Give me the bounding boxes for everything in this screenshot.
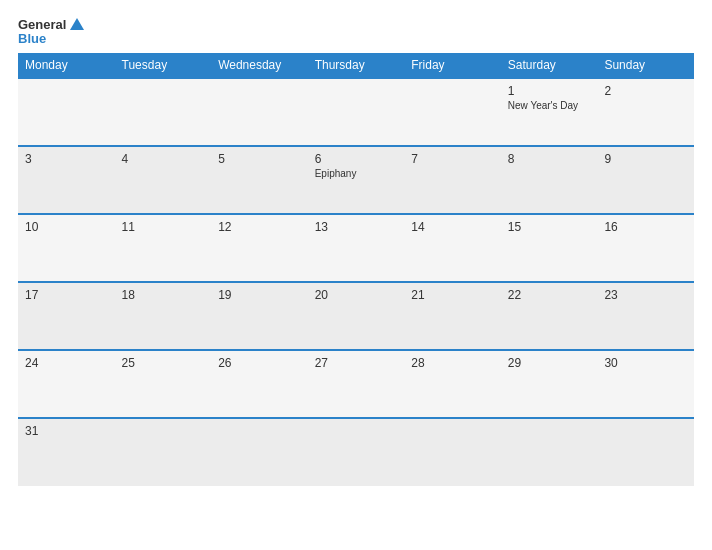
days-of-week-row: MondayTuesdayWednesdayThursdayFridaySatu… (18, 53, 694, 78)
day-header-thursday: Thursday (308, 53, 405, 78)
week-row-4: 24252627282930 (18, 350, 694, 418)
day-number: 1 (508, 84, 591, 98)
day-event: Epiphany (315, 168, 398, 179)
calendar-cell (211, 78, 308, 146)
calendar-cell: 7 (404, 146, 501, 214)
calendar-cell: 17 (18, 282, 115, 350)
day-number: 10 (25, 220, 108, 234)
week-row-2: 10111213141516 (18, 214, 694, 282)
day-number: 21 (411, 288, 494, 302)
day-number: 4 (122, 152, 205, 166)
day-number: 26 (218, 356, 301, 370)
day-number: 25 (122, 356, 205, 370)
calendar-cell: 10 (18, 214, 115, 282)
calendar-cell: 23 (597, 282, 694, 350)
day-number: 5 (218, 152, 301, 166)
page: General Blue MondayTuesdayWednesdayThurs… (0, 0, 712, 550)
day-number: 30 (604, 356, 687, 370)
day-header-saturday: Saturday (501, 53, 598, 78)
logo: General Blue (18, 18, 84, 47)
calendar-cell (501, 418, 598, 486)
calendar-cell: 19 (211, 282, 308, 350)
calendar-cell: 24 (18, 350, 115, 418)
calendar-cell: 15 (501, 214, 598, 282)
day-number: 13 (315, 220, 398, 234)
calendar-cell: 1New Year's Day (501, 78, 598, 146)
calendar-cell: 25 (115, 350, 212, 418)
day-header-friday: Friday (404, 53, 501, 78)
calendar-cell: 18 (115, 282, 212, 350)
logo-triangle-icon (70, 18, 84, 30)
calendar-cell: 9 (597, 146, 694, 214)
calendar-cell (18, 78, 115, 146)
day-number: 19 (218, 288, 301, 302)
day-number: 18 (122, 288, 205, 302)
day-number: 9 (604, 152, 687, 166)
calendar-cell: 11 (115, 214, 212, 282)
day-number: 31 (25, 424, 108, 438)
calendar-cell (404, 78, 501, 146)
calendar-cell: 28 (404, 350, 501, 418)
calendar-cell: 2 (597, 78, 694, 146)
header: General Blue (18, 18, 694, 47)
day-number: 17 (25, 288, 108, 302)
day-header-wednesday: Wednesday (211, 53, 308, 78)
calendar-cell: 30 (597, 350, 694, 418)
day-number: 20 (315, 288, 398, 302)
calendar-cell: 29 (501, 350, 598, 418)
day-header-monday: Monday (18, 53, 115, 78)
day-number: 24 (25, 356, 108, 370)
day-number: 28 (411, 356, 494, 370)
day-header-tuesday: Tuesday (115, 53, 212, 78)
day-number: 11 (122, 220, 205, 234)
calendar-cell (211, 418, 308, 486)
logo-blue-text: Blue (18, 32, 46, 46)
calendar-cell (308, 418, 405, 486)
day-number: 7 (411, 152, 494, 166)
week-row-3: 17181920212223 (18, 282, 694, 350)
calendar-cell: 8 (501, 146, 598, 214)
calendar-cell: 22 (501, 282, 598, 350)
calendar-cell: 13 (308, 214, 405, 282)
calendar-cell: 5 (211, 146, 308, 214)
logo-general-text: General (18, 18, 84, 32)
day-number: 27 (315, 356, 398, 370)
calendar-cell (404, 418, 501, 486)
day-number: 12 (218, 220, 301, 234)
calendar-cell (308, 78, 405, 146)
calendar-cell (115, 78, 212, 146)
calendar-cell (115, 418, 212, 486)
day-number: 2 (604, 84, 687, 98)
day-number: 23 (604, 288, 687, 302)
day-header-sunday: Sunday (597, 53, 694, 78)
calendar-cell: 27 (308, 350, 405, 418)
day-number: 16 (604, 220, 687, 234)
calendar-table: MondayTuesdayWednesdayThursdayFridaySatu… (18, 53, 694, 486)
calendar-cell: 20 (308, 282, 405, 350)
calendar-cell: 31 (18, 418, 115, 486)
week-row-1: 3456Epiphany789 (18, 146, 694, 214)
day-number: 15 (508, 220, 591, 234)
day-event: New Year's Day (508, 100, 591, 111)
calendar-cell: 4 (115, 146, 212, 214)
day-number: 6 (315, 152, 398, 166)
calendar-cell: 14 (404, 214, 501, 282)
calendar-body: 1New Year's Day23456Epiphany789101112131… (18, 78, 694, 486)
week-row-5: 31 (18, 418, 694, 486)
day-number: 22 (508, 288, 591, 302)
day-number: 29 (508, 356, 591, 370)
calendar-cell: 6Epiphany (308, 146, 405, 214)
calendar-cell: 21 (404, 282, 501, 350)
day-number: 14 (411, 220, 494, 234)
day-number: 3 (25, 152, 108, 166)
calendar-cell: 16 (597, 214, 694, 282)
calendar-cell (597, 418, 694, 486)
week-row-0: 1New Year's Day2 (18, 78, 694, 146)
calendar-cell: 12 (211, 214, 308, 282)
calendar-cell: 3 (18, 146, 115, 214)
calendar-cell: 26 (211, 350, 308, 418)
day-number: 8 (508, 152, 591, 166)
calendar-header: MondayTuesdayWednesdayThursdayFridaySatu… (18, 53, 694, 78)
